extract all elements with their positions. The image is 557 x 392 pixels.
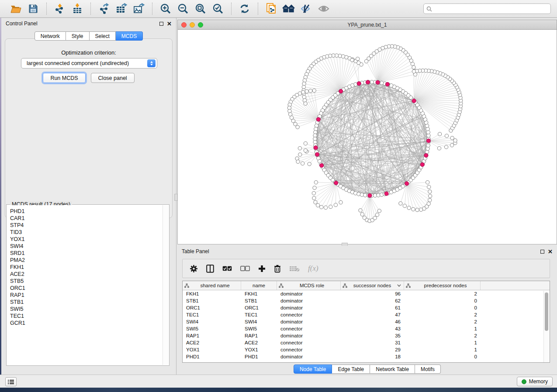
network-leaf-node[interactable] [364,59,368,63]
mcds-result-item[interactable]: PHD1 [10,208,163,215]
search-field[interactable] [423,3,551,14]
tab-edge-table[interactable]: Edge Table [332,364,370,374]
mcds-node[interactable] [384,192,388,196]
mcds-list-scrollbar[interactable] [163,205,169,365]
tab-style[interactable]: Style [66,31,90,41]
network-leaf-node[interactable] [298,147,301,150]
network-leaf-node[interactable] [301,162,304,165]
network-leaf-node[interactable] [308,162,311,166]
mcds-result-item[interactable]: RAP1 [10,292,163,299]
tab-motifs[interactable]: Motifs [415,364,441,374]
mcds-result-item[interactable]: PMA2 [10,257,163,264]
network-leaf-node[interactable] [329,205,332,209]
network-leaf-node[interactable] [399,202,402,205]
task-history-button[interactable] [5,377,17,386]
mcds-result-item[interactable]: GCR1 [10,320,163,327]
network-leaf-node[interactable] [412,70,415,73]
delete-table-icon[interactable] [289,263,300,274]
network-leaf-node[interactable] [314,181,318,184]
network-leaf-node[interactable] [450,144,453,147]
tab-mcds[interactable]: MCDS [116,31,143,41]
table-row[interactable]: RAP1RAP1dominator352 [183,332,550,339]
tab-network-table[interactable]: Network Table [370,364,415,374]
zoom-selected-icon[interactable] [211,2,225,15]
network-leaf-node[interactable] [412,207,415,211]
gear-icon[interactable] [190,263,198,274]
network-leaf-node[interactable] [302,85,305,89]
tab-node-table[interactable]: Node Table [294,364,332,374]
mcds-result-list[interactable]: PHD1CAR1STP4TID3YOX1SWI4SRD1PMA2FKH1ACE2… [7,205,163,365]
search-input[interactable] [434,6,548,12]
column-header-name[interactable]: name [241,281,277,290]
table-row[interactable]: SWI4SWI4dominator462 [183,318,550,325]
network-leaf-node[interactable] [303,99,306,102]
memory-button[interactable]: Memory [517,377,553,386]
mcds-node[interactable] [368,193,372,197]
mcds-node[interactable] [366,80,370,84]
export-network-icon[interactable] [97,2,111,15]
network-leaf-node[interactable] [450,136,454,140]
network-leaf-node[interactable] [377,209,381,213]
table-row[interactable]: FKH1FKH1dominator962 [183,290,550,297]
network-leaf-node[interactable] [301,90,305,94]
home-pages-icon[interactable] [282,2,296,15]
network-leaf-node[interactable] [312,196,316,200]
network-leaf-node[interactable] [359,209,362,212]
table-row[interactable]: STB1STB1dominator620 [183,297,550,304]
mcds-node[interactable] [316,117,320,121]
export-image-icon[interactable] [132,2,146,15]
column-header-shared-name[interactable]: shared name [183,281,241,290]
refresh-icon[interactable] [238,2,252,15]
table-row[interactable]: YOX1YOX1connector291 [183,346,550,353]
column-header-successor-nodes[interactable]: successor nodes [341,281,404,290]
mcds-result-item[interactable]: ACE2 [10,271,163,278]
network-leaf-node[interactable] [350,58,354,62]
network-leaf-node[interactable] [356,57,360,61]
network-leaf-node[interactable] [412,65,415,69]
network-leaf-node[interactable] [453,139,457,142]
network-leaf-node[interactable] [339,201,343,204]
network-graph[interactable] [178,30,557,244]
network-leaf-node[interactable] [403,204,406,207]
mcds-result-item[interactable]: STB5 [10,278,163,285]
network-leaf-node[interactable] [444,145,448,149]
mcds-node[interactable] [420,162,424,166]
close-panel-button[interactable]: Close panel [91,73,135,83]
mcds-result-item[interactable]: STB1 [10,299,163,306]
network-leaf-node[interactable] [429,194,432,198]
network-leaf-node[interactable] [407,206,411,210]
export-table-icon[interactable] [114,2,128,15]
network-leaf-node[interactable] [296,160,300,163]
network-leaf-node[interactable] [428,190,432,193]
network-leaf-node[interactable] [411,62,414,65]
mcds-result-item[interactable]: TID3 [10,229,163,236]
mcds-node[interactable] [376,80,380,84]
mcds-result-item[interactable]: SWI5 [10,306,163,313]
show-eye-icon[interactable] [317,2,331,15]
network-leaf-node[interactable] [312,89,316,92]
network-leaf-node[interactable] [312,191,315,195]
network-leaf-node[interactable] [309,89,312,93]
zoom-in-icon[interactable] [159,2,173,15]
mcds-node[interactable] [339,89,343,93]
mcds-node[interactable] [412,99,416,103]
network-leaf-node[interactable] [304,102,307,105]
float-panel-icon[interactable] [159,22,163,26]
table-row[interactable]: SWI5SWI5connector431 [183,325,550,332]
close-panel-icon[interactable]: ✕ [167,21,172,27]
network-leaf-node[interactable] [296,125,299,129]
network-leaf-node[interactable] [334,203,337,206]
mcds-node[interactable] [424,153,428,157]
function-builder-icon[interactable]: f(x) [308,264,318,273]
delete-column-icon[interactable] [274,263,281,274]
mcds-node[interactable] [357,82,361,86]
network-titlebar[interactable]: YPA_prune.txt_1 [177,20,557,30]
table-row[interactable]: ORC1ORC1dominator610 [183,304,550,311]
network-leaf-node[interactable] [298,153,302,156]
mcds-result-item[interactable]: ORC1 [10,285,163,292]
hide-panel-icon[interactable] [299,2,313,15]
network-leaf-node[interactable] [289,113,292,116]
column-header-predecessor-nodes[interactable]: predecessor nodes [404,281,481,290]
table-row[interactable]: ACE2ACE2connector311 [183,339,550,346]
network-leaf-node[interactable] [427,185,431,189]
